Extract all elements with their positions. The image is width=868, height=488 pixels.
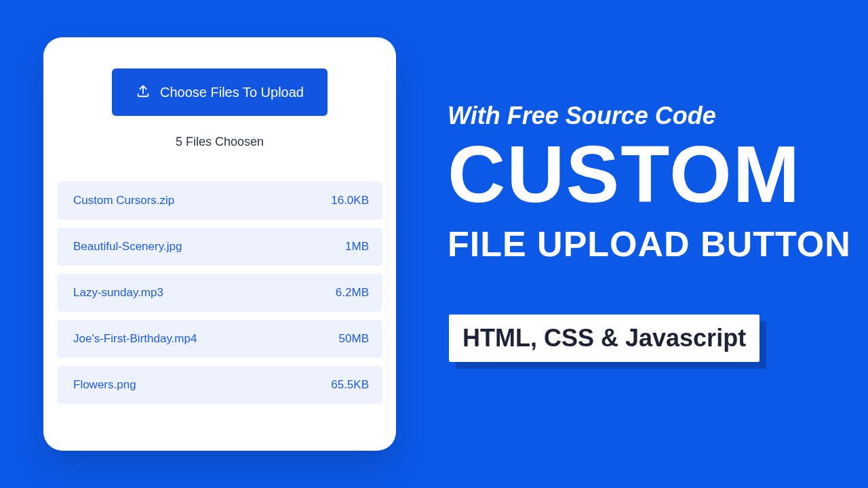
tech-tag: HTML, CSS & Javascript <box>449 314 760 362</box>
file-size: 1MB <box>345 240 369 253</box>
file-name: Custom Cursors.zip <box>73 194 174 207</box>
headline-subtitle: With Free Source Code <box>448 102 851 130</box>
file-size: 6.2MB <box>336 286 369 300</box>
file-item[interactable]: Lazy-sunday.mp3 6.2MB <box>57 274 382 312</box>
file-name: Flowers.png <box>73 378 136 392</box>
upload-icon <box>136 83 151 102</box>
file-item[interactable]: Flowers.png 65.5KB <box>57 366 382 404</box>
choose-files-label: Choose Files To Upload <box>160 85 304 100</box>
file-size: 16.0KB <box>331 194 369 207</box>
file-size: 65.5KB <box>331 378 369 392</box>
file-item[interactable]: Custom Cursors.zip 16.0KB <box>57 182 382 220</box>
file-item[interactable]: Beautiful-Scenery.jpg 1MB <box>57 228 382 266</box>
headline: With Free Source Code CUSTOM FILE UPLOAD… <box>448 102 851 264</box>
headline-title-big: CUSTOM <box>448 133 851 217</box>
file-item[interactable]: Joe's-First-Birthday.mp4 50MB <box>57 320 382 358</box>
file-name: Beautiful-Scenery.jpg <box>73 240 182 253</box>
files-chosen-text: 5 Files Choosen <box>57 135 382 149</box>
file-name: Joe's-First-Birthday.mp4 <box>73 332 197 346</box>
file-list: Custom Cursors.zip 16.0KB Beautiful-Scen… <box>57 182 382 404</box>
headline-title-mid: FILE UPLOAD BUTTON <box>448 224 851 264</box>
choose-files-button[interactable]: Choose Files To Upload <box>112 68 328 116</box>
file-size: 50MB <box>339 332 369 346</box>
file-name: Lazy-sunday.mp3 <box>73 286 163 300</box>
upload-card: Choose Files To Upload 5 Files Choosen C… <box>43 37 396 451</box>
